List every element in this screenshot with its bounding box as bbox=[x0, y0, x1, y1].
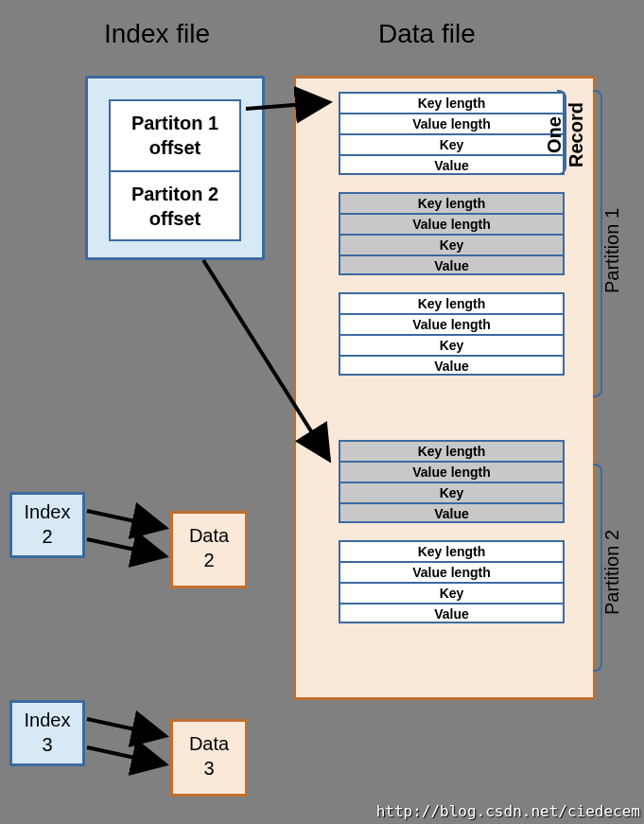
field-key-length: Key length bbox=[339, 292, 565, 313]
field-value-length: Value length bbox=[339, 113, 565, 133]
partition-1-label: Partition 1 bbox=[601, 114, 623, 388]
record-p2-1: Key length Value length Key Value bbox=[339, 440, 565, 523]
field-key-length: Key length bbox=[339, 540, 565, 561]
data-3-box: Data 3 bbox=[170, 719, 248, 797]
data-2-box: Data 2 bbox=[170, 511, 248, 588]
partition-1-bracket bbox=[593, 90, 602, 397]
field-value: Value bbox=[339, 254, 565, 275]
partition-2-bracket bbox=[593, 464, 602, 672]
index-file-box: Partiton 1 offset Partiton 2 offset bbox=[85, 76, 265, 260]
record-p1-2: Key length Value length Key Value bbox=[339, 192, 565, 275]
field-value: Value bbox=[339, 355, 565, 376]
watermark: http://blog.csdn.net/ciedecem bbox=[376, 802, 640, 820]
index-2-box: Index 2 bbox=[9, 492, 85, 558]
data-2-line1: Data bbox=[189, 525, 229, 546]
record-p2-2: Key length Value length Key Value bbox=[339, 540, 565, 623]
field-value: Value bbox=[339, 603, 565, 623]
field-value-length: Value length bbox=[339, 313, 565, 334]
field-value: Value bbox=[339, 502, 565, 523]
arrow-idx3-top bbox=[87, 719, 165, 736]
arrow-idx2-bottom bbox=[87, 539, 165, 556]
record-p1-3: Key length Value length Key Value bbox=[339, 292, 565, 376]
partition-2-offset-line1: Partiton 2 bbox=[131, 184, 218, 204]
partition-2-offset-cell: Partiton 2 offset bbox=[111, 172, 239, 243]
one-record-bracket bbox=[557, 90, 566, 175]
arrow-idx3-bottom bbox=[87, 747, 165, 764]
field-value-length: Value length bbox=[339, 461, 565, 482]
field-value-length: Value length bbox=[339, 213, 565, 234]
partition-1-offset-cell: Partiton 1 offset bbox=[111, 101, 239, 172]
index-3-line1: Index bbox=[25, 710, 71, 730]
field-key-length: Key length bbox=[339, 440, 565, 461]
field-key-length: Key length bbox=[339, 92, 565, 113]
partition-2-label: Partition 2 bbox=[601, 492, 623, 653]
index-2-line2: 2 bbox=[42, 526, 52, 547]
field-value-length: Value length bbox=[339, 561, 565, 582]
arrow-idx2-top bbox=[87, 511, 165, 528]
field-key: Key bbox=[339, 234, 565, 254]
index-2-line1: Index bbox=[25, 501, 71, 522]
field-key: Key bbox=[339, 133, 565, 154]
index-3-box: Index 3 bbox=[9, 700, 85, 766]
data-3-line1: Data bbox=[189, 733, 229, 754]
field-key: Key bbox=[339, 482, 565, 502]
field-key-length: Key length bbox=[339, 192, 565, 213]
index-file-title: Index file bbox=[104, 19, 210, 49]
data-3-line2: 3 bbox=[203, 758, 214, 779]
index-offsets-table: Partiton 1 offset Partiton 2 offset bbox=[109, 99, 241, 241]
data-2-line2: 2 bbox=[203, 550, 214, 570]
partition-1-offset-line2: offset bbox=[149, 137, 200, 158]
partition-2-offset-line2: offset bbox=[149, 208, 200, 229]
record-p1-1: Key length Value length Key Value bbox=[339, 92, 565, 175]
index-3-line2: 3 bbox=[42, 734, 52, 755]
field-value: Value bbox=[339, 154, 565, 175]
partition-1-offset-line1: Partiton 1 bbox=[131, 113, 218, 133]
field-key: Key bbox=[339, 334, 565, 355]
data-file-title: Data file bbox=[378, 19, 476, 49]
field-key: Key bbox=[339, 582, 565, 603]
